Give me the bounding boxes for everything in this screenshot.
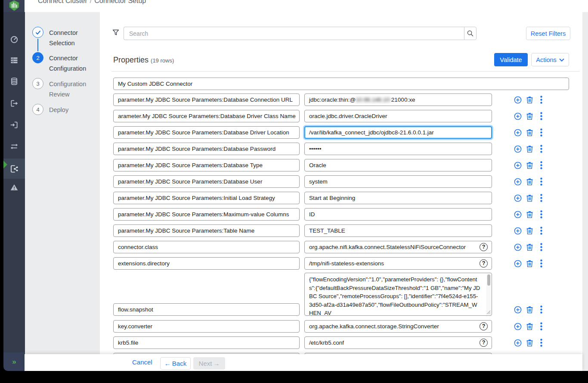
delete-row-button[interactable] [526, 112, 533, 120]
delete-row-button[interactable] [526, 129, 533, 137]
property-value-input[interactable]: /etc/krb5.conf? [304, 336, 492, 349]
sidebar-item-brokers[interactable] [3, 52, 25, 69]
help-icon[interactable]: ? [480, 339, 488, 347]
row-menu-button[interactable] [540, 339, 542, 347]
delete-row-button[interactable] [526, 243, 533, 251]
property-value-input[interactable]: oracle.jdbc.driver.OracleDriver [304, 110, 492, 122]
add-row-button[interactable] [514, 162, 522, 169]
row-menu-button[interactable] [540, 210, 542, 218]
add-row-button[interactable] [514, 178, 522, 186]
sidebar-item-dashboard[interactable] [3, 31, 25, 48]
delete-row-button[interactable] [526, 145, 533, 153]
next-button-disabled[interactable]: Next→ [193, 357, 225, 370]
property-value-input[interactable]: /var/lib/kafka_connect_jdbc/ojdbc8-21.6.… [304, 126, 492, 139]
help-icon[interactable]: ? [480, 259, 488, 268]
step-3-circle[interactable]: 3 [32, 78, 43, 89]
add-row-button[interactable] [514, 129, 522, 137]
add-row-button[interactable] [514, 96, 522, 104]
delete-row-button[interactable] [526, 162, 533, 169]
app-logo[interactable] [3, 0, 25, 12]
property-value-input[interactable]: ID [304, 208, 492, 221]
row-menu-button[interactable] [540, 322, 542, 330]
help-icon[interactable]: ? [480, 243, 488, 251]
property-key-input[interactable]: extensions.directory [113, 257, 300, 270]
property-key-input[interactable]: parameter.My JDBC Source Parameters:Maxi… [113, 208, 300, 221]
sidebar-item-consumers[interactable] [3, 116, 25, 134]
row-menu-button[interactable] [540, 145, 542, 153]
delete-row-button[interactable] [526, 96, 533, 104]
add-row-button[interactable] [514, 145, 522, 153]
sidebar-item-data-flow[interactable] [3, 138, 25, 155]
delete-row-button[interactable] [526, 306, 533, 314]
row-menu-button[interactable] [540, 194, 542, 202]
add-row-button[interactable] [514, 339, 522, 347]
property-value-input[interactable]: •••••• [304, 143, 492, 155]
step-2-circle[interactable]: 2 [32, 52, 43, 63]
property-key-input[interactable]: parameter.My JDBC Source Parameters:Tabl… [113, 224, 300, 237]
actions-dropdown-button[interactable]: Actions [531, 53, 569, 66]
row-menu-button[interactable] [540, 259, 542, 268]
property-key-input[interactable]: arameter.My JDBC Source Parameters:Datab… [113, 110, 300, 122]
property-value-input[interactable]: org.apache.nifi.kafka.connect.StatelessN… [304, 241, 492, 253]
sidebar-item-producers[interactable] [3, 95, 25, 112]
row-menu-button[interactable] [540, 243, 542, 251]
validate-button[interactable]: Validate [494, 53, 528, 66]
add-row-button[interactable] [514, 323, 522, 330]
property-value-textarea[interactable]: {"flowEncodingVersion":"1.0","parameterP… [304, 273, 492, 316]
help-icon[interactable]: ? [480, 322, 488, 330]
add-row-button[interactable] [514, 227, 522, 235]
search-input[interactable]: Search [124, 27, 464, 40]
delete-row-button[interactable] [526, 178, 533, 186]
cancel-button[interactable]: Cancel [132, 358, 152, 366]
property-value-input[interactable]: TEST_TABLE [304, 224, 492, 237]
add-row-button[interactable] [514, 211, 522, 218]
row-menu-button[interactable] [540, 177, 542, 186]
sidebar-expand-button[interactable]: » [3, 352, 25, 371]
property-value-input[interactable]: Oracle [304, 159, 492, 171]
property-key-input[interactable]: parameter.My JDBC Source Parameters:Data… [113, 93, 300, 106]
row-menu-button[interactable] [540, 96, 542, 104]
textarea-scrollbar-thumb[interactable] [487, 274, 490, 286]
property-key-input[interactable]: key.converter [113, 320, 300, 333]
delete-row-button[interactable] [526, 339, 533, 347]
add-row-button[interactable] [514, 306, 522, 314]
add-row-button[interactable] [514, 243, 522, 251]
delete-row-button[interactable] [526, 260, 533, 268]
add-row-button[interactable] [514, 112, 522, 120]
step-1-circle[interactable] [32, 27, 43, 38]
delete-row-button[interactable] [526, 194, 533, 202]
reset-filters-button[interactable]: Reset Filters [526, 27, 570, 40]
back-button[interactable]: ←Back [160, 357, 191, 370]
connector-name-input[interactable]: My Custom JDBC Connector [113, 78, 569, 90]
search-button[interactable] [464, 27, 477, 40]
sidebar-item-alerts[interactable] [3, 179, 25, 196]
property-value-input[interactable]: jdbc:oracle:thin:@10.96.146.10:21000:xe [304, 93, 492, 106]
sidebar-item-topics[interactable] [3, 73, 25, 90]
resize-handle-icon[interactable] [486, 310, 491, 314]
property-key-input[interactable]: parameter.My JDBC Source Parameters:Data… [113, 175, 300, 188]
row-menu-button[interactable] [540, 305, 542, 314]
top-header: Connect Cluster/Connector Setup [3, 0, 588, 12]
delete-row-button[interactable] [526, 227, 533, 235]
row-menu-button[interactable] [540, 128, 542, 137]
row-menu-button[interactable] [540, 227, 542, 235]
property-key-input[interactable]: parameter.My JDBC Source Parameters:Data… [113, 126, 300, 139]
row-menu-button[interactable] [540, 161, 542, 169]
property-value-input[interactable]: /tmp/nifi-stateless-extensions? [304, 257, 492, 270]
delete-row-button[interactable] [526, 211, 533, 218]
add-row-button[interactable] [514, 260, 522, 268]
property-value-input[interactable]: Start at Beginning [304, 192, 492, 204]
add-row-button[interactable] [514, 194, 522, 202]
property-key-input[interactable]: connector.class [113, 241, 300, 253]
property-key-input[interactable]: parameter.My JDBC Source Parameters:Data… [113, 159, 300, 171]
property-key-input[interactable]: parameter.My JDBC Source Parameters:Init… [113, 192, 300, 204]
delete-row-button[interactable] [526, 323, 533, 330]
step-4-circle[interactable]: 4 [32, 104, 43, 115]
breadcrumb-connect-cluster[interactable]: Connect Cluster [38, 0, 87, 4]
row-menu-button[interactable] [540, 112, 542, 120]
property-key-input[interactable]: krb5.file [113, 336, 300, 349]
property-value-input[interactable]: org.apache.kafka.connect.storage.StringC… [304, 320, 492, 333]
property-key-input[interactable]: flow.snapshot [113, 303, 300, 316]
property-value-input[interactable]: system [304, 175, 492, 188]
property-key-input[interactable]: parameter.My JDBC Source Parameters:Data… [113, 143, 300, 155]
